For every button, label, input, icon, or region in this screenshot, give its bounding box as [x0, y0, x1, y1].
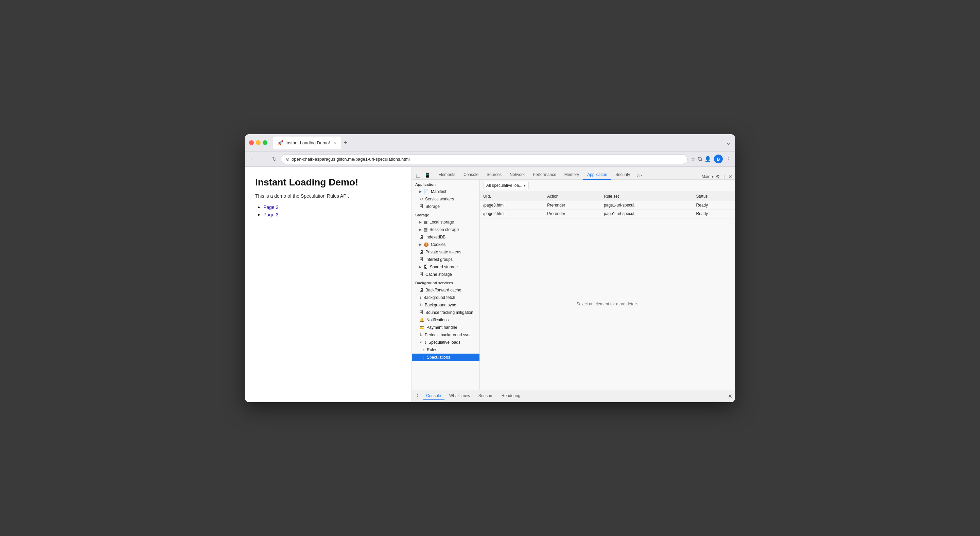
interest-groups-icon: 🗄	[419, 257, 423, 262]
private-state-tokens-icon: 🗄	[419, 250, 423, 254]
tab-performance[interactable]: Performance	[529, 170, 560, 180]
tab-elements[interactable]: Elements	[434, 170, 460, 180]
page-content: Instant Loading Demo! This is a demo of …	[245, 167, 412, 402]
arrow-down-icon: ▼	[419, 341, 422, 344]
back-button[interactable]: ←	[249, 154, 257, 163]
close-button[interactable]	[249, 140, 254, 145]
reload-button[interactable]: ↻	[271, 154, 278, 164]
bottom-tab-rendering[interactable]: Rendering	[498, 392, 523, 400]
col-action: Action	[544, 192, 600, 201]
sidebar-item-storage[interactable]: 🗄 Storage	[412, 203, 479, 210]
maximize-button[interactable]	[262, 140, 267, 145]
devtools-icons: ⬚ 📱	[415, 171, 431, 179]
more-tabs-button[interactable]: >>	[634, 172, 644, 179]
tab-network[interactable]: Network	[506, 170, 529, 180]
storage-icon: 🗄	[419, 204, 423, 209]
address-bar[interactable]: ⊙ open-chalk-asparagus.glitch.me/page1-u…	[281, 154, 688, 164]
sidebar-item-payment-handler[interactable]: 💳 Payment handler	[412, 324, 479, 331]
bfcache-icon: 🗄	[419, 288, 423, 293]
sidebar-manifest-label: Manifest	[431, 189, 446, 194]
page-description: This is a demo of the Speculation Rules …	[255, 193, 401, 199]
sidebar-item-service-workers[interactable]: ⚙ Service workers	[412, 195, 479, 203]
sidebar-item-bounce-tracking[interactable]: 🗄 Bounce tracking mitigation	[412, 309, 479, 316]
bookmark-icon[interactable]: ☆	[690, 156, 695, 162]
settings-icon[interactable]: ⚙	[716, 174, 720, 179]
sidebar-item-notifications[interactable]: 🔔 Notifications	[412, 316, 479, 324]
context-selector[interactable]: Main ▾	[702, 174, 714, 179]
device-icon[interactable]: 📱	[423, 171, 431, 179]
speculative-loads-filter[interactable]: All speculative loa... ▾	[483, 182, 529, 189]
devtools-body: Application ▶ 📄 Manifest ⚙ Service worke…	[412, 180, 735, 390]
tab-area: 🚀 Instant Loading Demo! ✕ +	[273, 137, 723, 149]
tab-sources[interactable]: Sources	[482, 170, 506, 180]
tab-application[interactable]: Application	[583, 170, 611, 180]
sidebar-item-session-storage[interactable]: ▶ ▦ Session storage	[412, 226, 479, 233]
arrow-icon: ▶	[419, 228, 422, 231]
sidebar-item-cookies[interactable]: ▶ 🍪 Cookies	[412, 241, 479, 248]
sidebar-notif-label: Notifications	[426, 318, 449, 322]
list-item: Page 3	[263, 212, 401, 218]
detail-panel: Select an element for more details	[480, 218, 735, 390]
sidebar-item-background-sync[interactable]: ↻ Background sync	[412, 301, 479, 309]
arrow-icon: ▶	[419, 190, 422, 193]
browser-tab[interactable]: 🚀 Instant Loading Demo! ✕	[273, 137, 341, 149]
sidebar-item-private-state-tokens[interactable]: 🗄 Private state tokens	[412, 248, 479, 256]
session-storage-icon: ▦	[424, 227, 428, 232]
bottom-close-icon[interactable]: ✕	[728, 393, 732, 399]
cookies-icon: 🍪	[424, 242, 429, 247]
page3-link[interactable]: Page 3	[263, 212, 278, 217]
sidebar-item-local-storage[interactable]: ▶ ▦ Local storage	[412, 218, 479, 226]
bottom-tab-console[interactable]: Console	[423, 392, 444, 400]
sidebar-item-periodic-bg-sync[interactable]: ↻ Periodic background sync	[412, 331, 479, 339]
sidebar-item-speculations[interactable]: ↕ Speculations	[412, 354, 479, 361]
extensions-icon[interactable]: ⧉	[698, 156, 702, 162]
menu-icon[interactable]: ⋮	[725, 156, 731, 162]
new-tab-button[interactable]: +	[344, 139, 348, 146]
sidebar-item-speculative-loads[interactable]: ▼ ↕ Speculative loads	[412, 339, 479, 346]
bg-services-section-label: Background services	[412, 278, 479, 286]
sidebar-bgfetch-label: Background fetch	[423, 295, 455, 300]
bottom-dots-icon[interactable]: ⋮	[415, 393, 420, 399]
traffic-lights	[249, 140, 267, 145]
profile-icon[interactable]: 👤	[705, 156, 711, 162]
payment-handler-icon: 💳	[419, 325, 425, 330]
tab-title: Instant Loading Demo!	[285, 140, 330, 145]
sidebar-item-indexeddb[interactable]: 🗄 IndexedDB	[412, 233, 479, 241]
tab-security[interactable]: Security	[611, 170, 634, 180]
tab-close-icon[interactable]: ✕	[333, 141, 336, 145]
nav-right-controls: ☆ ⧉ 👤 B ⋮	[690, 154, 731, 163]
sidebar-item-background-fetch[interactable]: ↕ Background fetch	[412, 294, 479, 301]
row-status: Ready	[693, 201, 735, 209]
col-ruleset: Rule set	[600, 192, 693, 201]
bottom-tab-sensors[interactable]: Sensors	[475, 392, 497, 400]
bg-fetch-icon: ↕	[419, 295, 422, 300]
sidebar-item-shared-storage[interactable]: ▶ 🗄 Shared storage	[412, 263, 479, 271]
rules-icon: ↕	[423, 347, 425, 352]
more-options-icon[interactable]: ⋮	[722, 174, 726, 179]
sidebar-item-cache-storage[interactable]: 🗄 Cache storage	[412, 271, 479, 278]
arrow-icon: ▶	[419, 243, 422, 246]
table-row[interactable]: /page2.html Prerender page1-url-specul..…	[480, 209, 735, 218]
forward-button[interactable]: →	[260, 154, 268, 163]
minimize-button[interactable]	[256, 140, 261, 145]
row-action: Prerender	[544, 209, 600, 218]
tab-memory[interactable]: Memory	[560, 170, 583, 180]
page2-link[interactable]: Page 2	[263, 205, 278, 210]
devtools-close-icon[interactable]: ✕	[728, 174, 732, 179]
sidebar-item-interest-groups[interactable]: 🗄 Interest groups	[412, 256, 479, 263]
tab-console[interactable]: Console	[460, 170, 482, 180]
sidebar-idb-label: IndexedDB	[425, 235, 445, 239]
avatar[interactable]: B	[714, 154, 723, 163]
bottom-tab-whats-new[interactable]: What's new	[446, 392, 474, 400]
inspect-icon[interactable]: ⬚	[415, 171, 422, 179]
table-row[interactable]: /page3.html Prerender page1-url-specul..…	[480, 201, 735, 209]
list-item: Page 2	[263, 204, 401, 210]
sidebar-rules-label: Rules	[427, 347, 438, 352]
sidebar-item-manifest[interactable]: ▶ 📄 Manifest	[412, 188, 479, 195]
cache-storage-icon: 🗄	[419, 272, 423, 277]
sidebar-item-rules[interactable]: ↕ Rules	[412, 346, 479, 354]
sidebar-item-back-forward-cache[interactable]: 🗄 Back/forward cache	[412, 286, 479, 294]
row-status: Ready	[693, 209, 735, 218]
speculative-loads-icon: ↕	[425, 340, 426, 345]
devtools-bottom-bar: ⋮ Console What's new Sensors Rendering ✕	[412, 390, 735, 402]
